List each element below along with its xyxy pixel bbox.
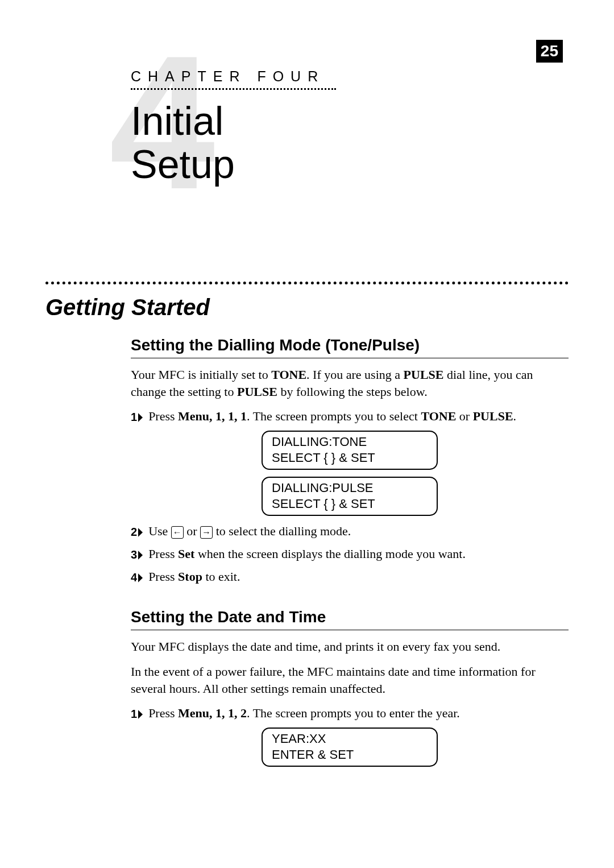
- lcd-line: ENTER & SET: [272, 747, 428, 763]
- step-text: Press Set when the screen displays the d…: [148, 545, 569, 563]
- text: . The screen prompts you to enter the ye…: [247, 706, 460, 720]
- text-bold: , 1, 1, 1: [209, 409, 247, 423]
- section-heading: Getting Started: [45, 295, 569, 320]
- text: Press: [148, 569, 178, 584]
- text: . If you are using a: [306, 367, 403, 382]
- text: Press: [148, 706, 178, 720]
- text-bold: TONE: [271, 367, 306, 382]
- lcd-display-tone: DIALLING:TONE SELECT { } & SET: [262, 431, 438, 470]
- step-text: Press Stop to exit.: [148, 568, 569, 585]
- lcd-line: DIALLING:TONE: [272, 434, 428, 450]
- text-bold: PULSE: [237, 385, 277, 399]
- page-number: 25: [536, 40, 563, 63]
- lcd-line: SELECT { } & SET: [272, 496, 428, 512]
- text-bold: Set: [178, 547, 194, 561]
- subheading-date-time: Setting the Date and Time: [131, 608, 569, 630]
- text: . The screen prompts you to select: [247, 409, 421, 423]
- right-arrow-key-icon: →: [200, 526, 213, 539]
- paragraph-date-time-1: Your MFC displays the date and time, and…: [131, 638, 569, 655]
- text: when the screen displays the dialling mo…: [194, 547, 466, 561]
- text: Use: [148, 524, 171, 538]
- step-3-dialling: 3 Press Set when the screen displays the…: [131, 545, 569, 563]
- text-bold: TONE: [421, 409, 456, 423]
- step-1-dialling: 1 Press Menu, 1, 1, 1. The screen prompt…: [131, 408, 569, 425]
- section-divider: [45, 282, 569, 284]
- chapter-title-line2: Setup: [131, 142, 235, 187]
- text: .: [513, 409, 517, 423]
- text-bold: PULSE: [473, 409, 513, 423]
- text: to select the dialling mode.: [213, 524, 351, 538]
- subheading-dialling-mode: Setting the Dialling Mode (Tone/Pulse): [131, 336, 569, 358]
- lcd-line: YEAR:XX: [272, 731, 428, 747]
- text: Your MFC is initially set to: [131, 367, 271, 382]
- step-2-dialling: 2 Use ← or → to select the dialling mode…: [131, 523, 569, 540]
- text-bold: , 1, 1, 2: [209, 706, 247, 720]
- text-bold: Stop: [178, 569, 202, 584]
- text: or: [456, 409, 472, 423]
- lcd-display-pulse: DIALLING:PULSE SELECT { } & SET: [262, 477, 438, 516]
- text-bold: PULSE: [404, 367, 444, 382]
- step-marker-1: 1: [131, 410, 143, 425]
- text: to exit.: [202, 569, 240, 584]
- chapter-title-line1: Initial: [131, 99, 223, 143]
- text: Press: [148, 409, 178, 423]
- text: by following the steps below.: [277, 385, 428, 399]
- step-marker-1: 1: [131, 706, 143, 722]
- step-marker-2: 2: [131, 524, 143, 540]
- lcd-line: DIALLING:PULSE: [272, 480, 428, 496]
- intro-paragraph-dialling: Your MFC is initially set to TONE. If yo…: [131, 366, 569, 400]
- chapter-label: CHAPTER FOUR: [131, 68, 336, 90]
- step-1-datetime: 1 Press Menu, 1, 1, 2. The screen prompt…: [131, 705, 569, 722]
- lcd-display-year: YEAR:XX ENTER & SET: [262, 728, 438, 767]
- text-bold: Menu: [178, 409, 209, 423]
- paragraph-date-time-2: In the event of a power failure, the MFC…: [131, 663, 569, 697]
- step-text: Press Menu, 1, 1, 2. The screen prompts …: [148, 705, 569, 722]
- step-marker-4: 4: [131, 570, 143, 585]
- text-bold: Menu: [178, 706, 209, 720]
- step-4-dialling: 4 Press Stop to exit.: [131, 568, 569, 585]
- left-arrow-key-icon: ←: [171, 526, 184, 539]
- chapter-header: 4 CHAPTER FOUR Initial Setup: [131, 68, 569, 245]
- text: Press: [148, 547, 178, 561]
- content-area: Setting the Dialling Mode (Tone/Pulse) Y…: [131, 336, 569, 767]
- chapter-title: Initial Setup: [131, 100, 569, 186]
- step-text: Use ← or → to select the dialling mode.: [148, 523, 569, 540]
- step-marker-3: 3: [131, 547, 143, 563]
- lcd-line: SELECT { } & SET: [272, 450, 428, 466]
- text: or: [184, 524, 200, 538]
- step-text: Press Menu, 1, 1, 1. The screen prompts …: [148, 408, 569, 425]
